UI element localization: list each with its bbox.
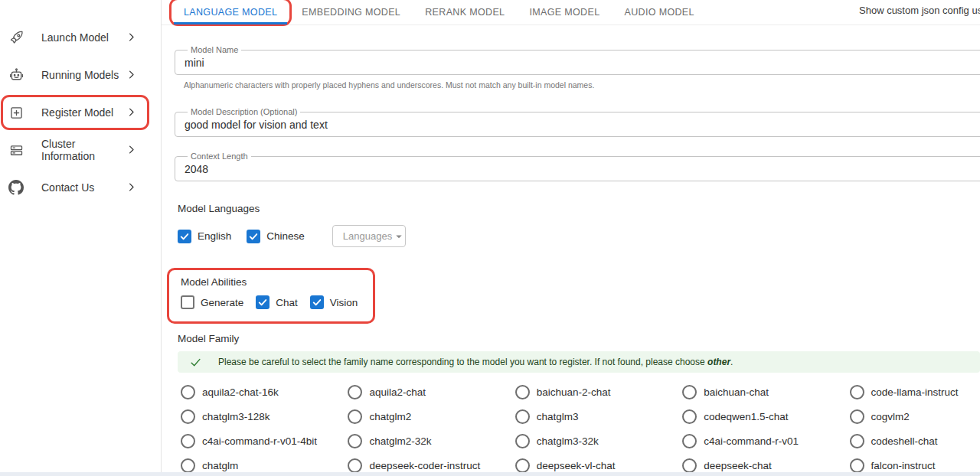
languages-select[interactable]: Languages (332, 225, 406, 247)
tab-label: AUDIO MODEL (624, 7, 694, 18)
sidebar-item-label: Launch Model (41, 31, 126, 44)
notice-emphasis: other (707, 357, 730, 367)
chevron-right-icon (126, 31, 138, 44)
model-family-label: Model Family (178, 333, 980, 344)
tab-bar: LANGUAGE MODEL EMBEDDING MODEL RERANK MO… (162, 0, 980, 25)
tab-embedding-model[interactable]: EMBEDDING MODEL (289, 0, 413, 24)
checkbox-vision[interactable]: Vision (310, 295, 358, 309)
model-abilities-row: Generate Chat Vision (181, 295, 373, 309)
sidebar-item-launch-model[interactable]: Launch Model (3, 22, 147, 53)
tab-label: RERANK MODEL (425, 7, 505, 18)
tab-language-model[interactable]: LANGUAGE MODEL (172, 0, 289, 24)
sidebar-item-label: Register Model (41, 106, 126, 119)
radio-button[interactable] (181, 434, 195, 448)
chevron-right-icon (126, 106, 138, 119)
checkbox-unchecked-icon[interactable] (181, 295, 194, 309)
model-family-option[interactable]: baichuan-2-chat (512, 385, 679, 399)
register-model-form: Model Name Alphanumeric characters with … (162, 46, 980, 476)
radio-button[interactable] (850, 409, 864, 424)
model-name-input[interactable] (185, 54, 928, 69)
model-family-option[interactable]: baichuan-chat (679, 385, 846, 399)
radio-button[interactable] (682, 409, 697, 424)
model-description-input[interactable] (185, 116, 928, 131)
model-family-option[interactable]: falcon-instruct (847, 458, 980, 473)
radio-button[interactable] (181, 409, 195, 424)
radio-button[interactable] (682, 434, 697, 448)
tab-label: EMBEDDING MODEL (302, 7, 400, 18)
model-family-option[interactable]: chatglm2 (345, 409, 511, 424)
radio-button[interactable] (515, 409, 530, 424)
model-name-field[interactable]: Model Name (175, 46, 980, 75)
radio-button[interactable] (682, 385, 697, 399)
caret-down-icon (392, 230, 406, 243)
radio-button[interactable] (850, 458, 864, 473)
radio-button[interactable] (348, 385, 362, 399)
radio-button[interactable] (348, 409, 362, 424)
model-family-option[interactable]: deepseek-vl-chat (512, 458, 679, 473)
model-family-option[interactable]: deepseek-coder-instruct (345, 458, 511, 473)
model-family-option[interactable]: aquila2-chat-16k (178, 385, 345, 399)
cluster-icon (8, 142, 24, 158)
radio-button[interactable] (850, 434, 864, 448)
radio-button[interactable] (515, 458, 530, 473)
sidebar-item-label: Cluster Information (41, 138, 126, 162)
github-icon (8, 179, 24, 196)
model-family-option[interactable]: chatglm3 (512, 409, 679, 424)
model-family-option[interactable]: chatglm2-32k (345, 434, 511, 448)
rocket-icon (8, 29, 24, 46)
checkbox-english[interactable]: English (178, 230, 231, 243)
checkbox-label: Vision (330, 297, 358, 308)
checkbox-checked-icon[interactable] (310, 295, 324, 309)
model-family-option[interactable]: code-llama-instruct (847, 385, 980, 399)
model-family-option[interactable]: chatglm3-32k (512, 434, 679, 448)
checkbox-checked-icon[interactable] (178, 230, 191, 243)
app-root: Launch Model (0, 0, 980, 476)
robot-icon (8, 67, 24, 83)
tabbar-divider (162, 24, 980, 25)
checkbox-chinese[interactable]: Chinese (247, 230, 305, 243)
show-json-config-link[interactable]: Show custom json config used b (859, 5, 980, 16)
tab-rerank-model[interactable]: RERANK MODEL (413, 0, 517, 24)
model-family-option[interactable]: deepseek-chat (679, 458, 846, 473)
sidebar: Launch Model (0, 0, 162, 476)
tab-audio-model[interactable]: AUDIO MODEL (612, 0, 706, 24)
radio-button[interactable] (348, 458, 362, 473)
model-family-option[interactable]: chatglm3-128k (178, 409, 345, 424)
model-family-option[interactable]: cogvlm2 (847, 409, 980, 424)
sidebar-nav: Launch Model (0, 0, 161, 203)
tab-image-model[interactable]: IMAGE MODEL (517, 0, 612, 24)
radio-button[interactable] (515, 434, 530, 448)
checkbox-chat[interactable]: Chat (256, 295, 298, 309)
sidebar-item-label: Running Models (41, 69, 126, 81)
context-length-field[interactable]: Context Length (175, 152, 980, 181)
sidebar-item-running-models[interactable]: Running Models (3, 60, 147, 90)
sidebar-item-register-model[interactable]: Register Model (3, 97, 147, 128)
model-family-option[interactable]: aquila2-chat (345, 385, 511, 399)
radio-button[interactable] (181, 385, 195, 399)
radio-button[interactable] (515, 385, 530, 399)
sidebar-item-cluster-information[interactable]: Cluster Information (3, 135, 147, 165)
model-description-label: Model Description (Optional) (188, 108, 300, 116)
radio-button[interactable] (181, 458, 195, 473)
chevron-right-icon (126, 144, 138, 156)
radio-button[interactable] (682, 458, 697, 473)
model-abilities-highlight-box: Model Abilities Generate Chat (167, 268, 375, 324)
model-family-notice-text: Please be careful to select the family n… (218, 357, 733, 367)
model-family-option[interactable]: codeshell-chat (847, 434, 980, 448)
radio-button[interactable] (850, 385, 864, 399)
checkbox-checked-icon[interactable] (247, 230, 260, 243)
sidebar-item-label: Contact Us (41, 181, 126, 194)
sidebar-item-contact-us[interactable]: Contact Us (3, 172, 147, 203)
check-icon (189, 356, 202, 369)
checkbox-generate[interactable]: Generate (181, 295, 243, 309)
model-description-field[interactable]: Model Description (Optional) (175, 108, 980, 137)
context-length-input[interactable] (185, 161, 928, 175)
chevron-right-icon (126, 69, 138, 81)
checkbox-label: English (198, 230, 231, 242)
checkbox-checked-icon[interactable] (256, 295, 270, 309)
model-family-option[interactable]: c4ai-command-r-v01-4bit (178, 434, 345, 448)
model-family-option[interactable]: c4ai-command-r-v01 (679, 434, 846, 448)
model-family-option[interactable]: codeqwen1.5-chat (679, 409, 846, 424)
radio-button[interactable] (348, 434, 362, 448)
model-family-option[interactable]: chatglm (178, 458, 345, 473)
